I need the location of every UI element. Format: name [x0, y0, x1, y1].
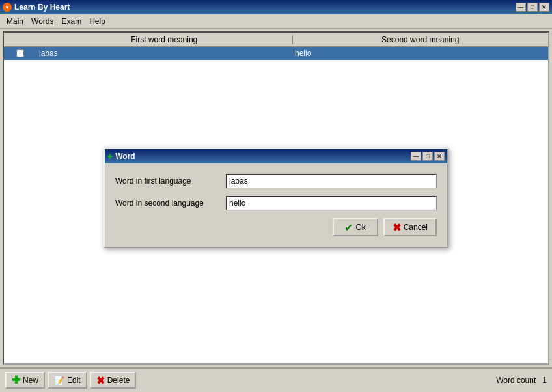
ok-label: Ok	[355, 223, 365, 232]
first-language-label: Word in first language	[115, 176, 226, 186]
delete-icon: ✖	[96, 374, 105, 387]
new-label: New	[23, 376, 38, 385]
menu-bar: Main Words Exam Help	[0, 14, 552, 29]
dialog-title-bar: + Word — □ ✕	[105, 149, 447, 163]
dialog-title-icon: +	[107, 151, 113, 161]
new-icon: ✚	[12, 375, 20, 385]
cancel-icon: ✖	[393, 221, 401, 234]
dialog-maximize-button[interactable]: □	[422, 152, 433, 161]
word-count: Word count 1	[496, 376, 547, 385]
edit-button[interactable]: 📝 Edit	[48, 372, 87, 389]
menu-help[interactable]: Help	[85, 16, 109, 27]
edit-label: Edit	[67, 376, 81, 385]
title-buttons: — □ ✕	[516, 3, 549, 12]
first-language-field: Word in first language	[115, 174, 437, 188]
bottom-toolbar: ✚ New 📝 Edit ✖ Delete Word count 1	[0, 367, 552, 392]
delete-label: Delete	[107, 376, 130, 385]
dialog-overlay: + Word — □ ✕ Word in first language Word…	[4, 33, 548, 363]
minimize-button[interactable]: —	[516, 3, 526, 12]
second-language-field: Word in second language	[115, 196, 437, 210]
edit-icon: 📝	[54, 376, 64, 385]
dialog-close-button[interactable]: ✕	[434, 152, 445, 161]
app-icon: ♥	[3, 3, 12, 12]
first-language-input[interactable]	[226, 174, 437, 188]
menu-main[interactable]: Main	[3, 16, 27, 27]
second-language-label: Word in second language	[115, 199, 226, 208]
dialog-button-row: ✔ Ok ✖ Cancel	[115, 218, 437, 236]
ok-button[interactable]: ✔ Ok	[333, 218, 378, 236]
app-title: Learn By Heart	[14, 3, 70, 12]
title-bar: ♥ Learn By Heart — □ ✕	[0, 0, 552, 14]
dialog-content: Word in first language Word in second la…	[105, 163, 447, 247]
dialog-minimize-button[interactable]: —	[411, 152, 421, 161]
second-language-input[interactable]	[226, 196, 437, 210]
dialog-title-text: Word	[115, 152, 135, 161]
cancel-button[interactable]: ✖ Cancel	[383, 218, 437, 236]
word-count-value: 1	[542, 376, 547, 385]
menu-exam[interactable]: Exam	[57, 16, 85, 27]
close-button[interactable]: ✕	[539, 3, 549, 12]
menu-words[interactable]: Words	[27, 16, 57, 27]
main-content: First word meaning Second word meaning l…	[3, 31, 549, 365]
dialog-title-buttons: — □ ✕	[411, 152, 445, 161]
delete-button[interactable]: ✖ Delete	[90, 372, 137, 389]
maximize-button[interactable]: □	[527, 3, 538, 12]
word-dialog: + Word — □ ✕ Word in first language Word…	[104, 148, 448, 248]
word-count-label: Word count	[496, 376, 536, 385]
new-button[interactable]: ✚ New	[5, 372, 45, 389]
cancel-label: Cancel	[404, 223, 428, 232]
ok-icon: ✔	[344, 221, 353, 234]
toolbar-left: ✚ New 📝 Edit ✖ Delete	[5, 372, 136, 389]
